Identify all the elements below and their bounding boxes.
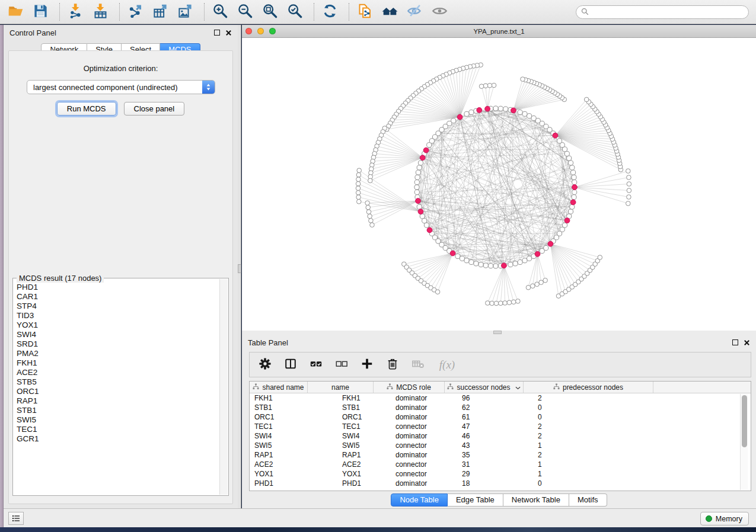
export-table-button[interactable] [149, 2, 171, 22]
cell[interactable]: 35 [445, 451, 524, 459]
search-input[interactable] [589, 8, 748, 17]
cell[interactable]: 46 [445, 432, 524, 440]
search-box[interactable] [576, 5, 749, 19]
cell[interactable]: 1 [524, 460, 653, 469]
mcds-result-item[interactable]: SWI4 [17, 330, 219, 339]
cell[interactable]: PHD1 [308, 479, 374, 488]
memory-button[interactable]: Memory [700, 512, 749, 525]
cell[interactable]: 18 [445, 479, 524, 488]
cell[interactable]: connector [374, 470, 445, 478]
cell[interactable]: SWI4 [308, 432, 374, 440]
cell[interactable]: PHD1 [250, 479, 308, 488]
cell[interactable]: 62 [445, 403, 524, 412]
columns-button[interactable] [282, 356, 299, 374]
cell[interactable]: 0 [524, 403, 653, 412]
tab-network-table[interactable]: Network Table [503, 493, 569, 507]
column-header-name[interactable]: name [308, 382, 374, 393]
mcds-result-item[interactable]: SRD1 [17, 339, 219, 349]
delete-button[interactable] [384, 356, 401, 374]
network-canvas[interactable] [242, 38, 756, 331]
table-row[interactable]: ACE2ACE2connector311 [250, 460, 751, 469]
mcds-result-item[interactable]: TID3 [17, 311, 219, 321]
cell[interactable]: 31 [445, 460, 524, 469]
cell[interactable]: TEC1 [308, 422, 374, 431]
cell[interactable]: 1 [524, 470, 653, 478]
show-all-button[interactable] [429, 2, 450, 22]
save-button[interactable] [30, 2, 51, 22]
cell[interactable]: TEC1 [250, 422, 308, 431]
cell[interactable]: dominator [374, 432, 445, 440]
cell[interactable]: ORC1 [308, 413, 374, 421]
table-row[interactable]: RAP1RAP1dominator352 [250, 450, 751, 460]
network-graph[interactable] [242, 38, 756, 331]
network-title-bar[interactable]: YPA_prune.txt_1 [242, 25, 756, 38]
optimization-criterion-select[interactable]: largest connected component (undirected) [27, 80, 215, 94]
cell[interactable]: FKH1 [308, 394, 374, 402]
table-row[interactable]: SWI4SWI4dominator462 [250, 431, 751, 441]
cell[interactable]: dominator [374, 479, 445, 488]
select-all-button[interactable] [308, 356, 324, 374]
scrollbar-thumb[interactable] [742, 395, 747, 447]
tab-edge-table[interactable]: Edge Table [448, 493, 503, 507]
mcds-result-list[interactable]: PHD1CAR1STP4TID3YOX1SWI4SRD1PMA2FKH1ACE2… [14, 279, 219, 495]
task-history-button[interactable] [8, 512, 24, 525]
mcds-result-item[interactable]: ACE2 [17, 368, 219, 377]
import-network-button[interactable] [65, 2, 86, 22]
cell[interactable]: 2 [524, 422, 653, 431]
deselect-all-button[interactable] [333, 356, 350, 374]
table-row[interactable]: SWI5SWI5connector431 [250, 441, 751, 450]
mcds-result-item[interactable]: RAP1 [17, 396, 219, 406]
table-row[interactable]: PHD1PHD1dominator180 [250, 479, 751, 488]
cell[interactable]: 61 [445, 413, 524, 421]
open-button[interactable] [5, 2, 26, 22]
cell[interactable]: SWI5 [250, 441, 308, 450]
export-image-button[interactable] [174, 2, 196, 22]
tab-motifs[interactable]: Motifs [569, 493, 607, 507]
cell[interactable]: dominator [374, 394, 445, 402]
cell[interactable]: 2 [524, 432, 653, 440]
cell[interactable]: 2 [524, 394, 653, 402]
mcds-result-item[interactable]: ORC1 [17, 387, 219, 396]
cell[interactable]: SWI4 [250, 432, 308, 440]
table-scrollbar[interactable] [740, 394, 748, 490]
cell[interactable]: ORC1 [250, 413, 308, 421]
attributes-button[interactable] [257, 356, 273, 374]
cell[interactable]: RAP1 [308, 451, 374, 459]
mcds-result-item[interactable]: STP4 [17, 302, 219, 311]
cell[interactable]: 47 [445, 422, 524, 431]
close-panel-button[interactable]: Close panel [124, 102, 185, 116]
horizontal-splitter[interactable] [242, 331, 756, 335]
table-row[interactable]: STB1STB1dominator620 [250, 403, 751, 412]
splitter-handle[interactable] [238, 264, 241, 273]
float-panel-icon[interactable] [214, 30, 220, 36]
mcds-result-item[interactable]: TEC1 [17, 425, 219, 434]
import-table-button[interactable] [90, 2, 111, 22]
table-row[interactable]: FKH1FKH1dominator962 [250, 393, 751, 403]
cell[interactable]: RAP1 [250, 451, 308, 459]
table-row[interactable]: ORC1ORC1dominator610 [250, 412, 751, 422]
export-network-button[interactable] [125, 2, 146, 22]
mcds-result-item[interactable]: FKH1 [17, 358, 219, 368]
float-panel-icon[interactable] [732, 339, 738, 345]
column-header-successor-nodes[interactable]: successor nodes [445, 382, 524, 393]
cell[interactable]: 2 [524, 451, 653, 459]
hide-selected-button[interactable] [404, 2, 425, 22]
mcds-result-item[interactable]: CAR1 [17, 292, 219, 302]
cell[interactable]: YOX1 [250, 470, 308, 478]
cell[interactable]: SWI5 [308, 441, 374, 450]
zoom-in-button[interactable] [209, 2, 231, 22]
refresh-button[interactable] [319, 2, 340, 22]
cell[interactable]: 1 [524, 441, 653, 450]
table-row[interactable]: TEC1TEC1connector472 [250, 422, 751, 431]
mcds-result-item[interactable]: YOX1 [17, 321, 219, 330]
cell[interactable]: dominator [374, 413, 445, 421]
close-panel-icon[interactable] [744, 339, 750, 346]
cell[interactable]: dominator [374, 403, 445, 412]
zoom-selected-button[interactable] [284, 2, 305, 22]
cell[interactable]: 43 [445, 441, 524, 450]
cell[interactable]: 29 [445, 470, 524, 478]
mcds-result-item[interactable]: GCR1 [17, 434, 219, 444]
mcds-result-item[interactable]: SWI5 [17, 415, 219, 425]
cell[interactable]: 0 [524, 413, 653, 421]
mcds-result-item[interactable]: STB5 [17, 377, 219, 387]
